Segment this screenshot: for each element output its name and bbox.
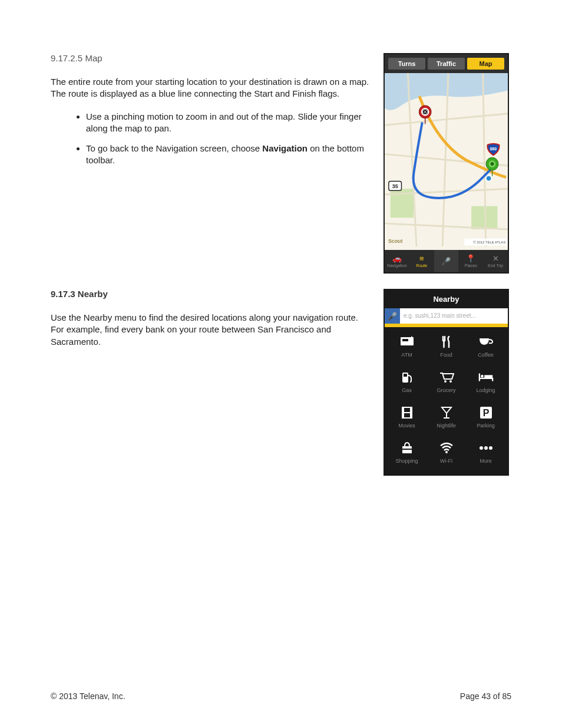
lodging-label: Lodging (476, 387, 495, 393)
svg-rect-12 (404, 374, 407, 377)
section-nearby-row: 9.17.3 Nearby Use the Nearby menu to fin… (51, 289, 511, 476)
shopping-label: Shopping (395, 458, 418, 464)
map-svg: 880 35 (385, 73, 508, 246)
category-wifi[interactable]: Wi-Fi (427, 442, 466, 464)
map-logo: Scout (388, 238, 403, 244)
page-footer: © 2013 Telenav, Inc. Page 43 of 85 (51, 691, 511, 701)
nearby-phone-frame: Nearby 🎤 e.g. sushi,123 main street... A… (384, 289, 509, 476)
voice-search-button[interactable]: 🎤 (385, 308, 400, 324)
coffee-icon (478, 335, 494, 348)
mic-icon: 🎤 (441, 258, 451, 265)
footer-copyright: © 2013 Telenav, Inc. (51, 691, 125, 701)
nearby-header: Nearby (385, 290, 508, 308)
svg-text:P: P (482, 408, 489, 418)
category-nightlife[interactable]: Nightlife (427, 406, 466, 429)
atm-label: ATM (401, 352, 412, 358)
section-map-text: 9.17.2.5 Map The entire route from your … (51, 53, 371, 274)
nearby-search-row: 🎤 e.g. sushi,123 main street... (385, 308, 508, 324)
category-grocery[interactable]: Grocery (427, 371, 466, 393)
nearby-paragraph: Use the Nearby menu to find the desired … (51, 312, 371, 348)
toolbar-navigation[interactable]: 🚗 Navigation (385, 250, 409, 272)
toolbar-places-label: Places (465, 263, 477, 268)
toolbar-places[interactable]: 📍 Places (458, 250, 483, 272)
route-shield-label: 35 (392, 183, 398, 189)
list-icon: ≡ (419, 255, 424, 262)
map-bullet-list: Use a pinching motion to zoom in and out… (86, 111, 371, 167)
map-bottom-toolbar: 🚗 Navigation ≡ Route 🎤 📍 Places (385, 250, 508, 272)
svg-point-26 (480, 446, 483, 450)
parking-label: Parking (477, 423, 495, 429)
svg-point-15 (481, 375, 484, 378)
map-attribution: © 2012 TELE ATLAS (473, 241, 505, 244)
nearby-category-grid: ATM Food Coffee Gas (385, 327, 508, 475)
more-icon (478, 442, 494, 454)
search-input[interactable]: e.g. sushi,123 main street... (400, 308, 508, 324)
more-label: More (480, 458, 492, 464)
tab-map[interactable]: Map (467, 58, 504, 70)
shopping-icon (399, 442, 415, 454)
parking-icon: P (478, 406, 494, 419)
svg-point-7 (486, 176, 492, 182)
category-lodging[interactable]: Lodging (466, 371, 505, 393)
nightlife-icon (439, 406, 454, 419)
svg-point-25 (445, 451, 448, 453)
close-icon: ✕ (492, 255, 499, 262)
category-food[interactable]: Food (427, 335, 466, 358)
svg-rect-20 (402, 412, 412, 413)
document-page: 9.17.2.5 Map The entire route from your … (0, 0, 562, 728)
movies-label: Movies (398, 423, 415, 429)
category-shopping[interactable]: Shopping (387, 442, 427, 464)
wifi-label: Wi-Fi (440, 458, 452, 464)
svg-rect-10 (402, 339, 408, 341)
section-nearby-text: 9.17.3 Nearby Use the Nearby menu to fin… (51, 289, 371, 476)
category-movies[interactable]: Movies (387, 406, 427, 429)
map-tab-bar: Turns Traffic Map (385, 54, 508, 73)
toolbar-end-label: End Trip (488, 263, 503, 268)
grocery-icon (439, 371, 454, 384)
toolbar-nav-label: Navigation (387, 263, 406, 268)
food-label: Food (440, 352, 452, 358)
category-coffee[interactable]: Coffee (466, 335, 505, 358)
map-bullet-2: To go back to the Navigation screen, cho… (86, 143, 371, 167)
category-atm[interactable]: ATM (387, 335, 427, 358)
svg-point-6 (491, 162, 494, 166)
map-screenshot-column: Turns Traffic Map (384, 53, 511, 274)
tab-traffic[interactable]: Traffic (428, 58, 465, 70)
toolbar-voice[interactable]: 🎤 (434, 250, 459, 272)
toolbar-route[interactable]: ≡ Route (409, 250, 434, 272)
bullet-2-a: To go back to the Navigation screen, cho… (86, 143, 262, 153)
svg-point-13 (444, 380, 447, 383)
mic-icon: 🎤 (388, 312, 397, 321)
gas-icon (399, 371, 415, 384)
svg-point-27 (484, 446, 488, 450)
tab-turns[interactable]: Turns (388, 58, 425, 70)
category-more[interactable]: More (466, 442, 505, 464)
lodging-icon (478, 371, 494, 384)
svg-point-28 (489, 446, 492, 450)
map-phone-frame: Turns Traffic Map (384, 53, 509, 274)
coffee-label: Coffee (478, 352, 493, 358)
nearby-screenshot-column: Nearby 🎤 e.g. sushi,123 main street... A… (384, 289, 511, 476)
movies-icon (399, 406, 415, 419)
food-icon (439, 335, 454, 348)
pin-icon: 📍 (466, 255, 475, 262)
category-gas[interactable]: Gas (387, 371, 427, 393)
svg-rect-24 (402, 449, 412, 450)
bullet-2-bold: Navigation (262, 143, 308, 153)
map-paragraph: The entire route from your starting loca… (51, 76, 371, 100)
interstate-label: 880 (490, 147, 497, 151)
category-parking[interactable]: P Parking (466, 406, 505, 429)
car-icon: 🚗 (392, 255, 402, 262)
toolbar-end-trip[interactable]: ✕ End Trip (483, 250, 508, 272)
heading-map: 9.17.2.5 Map (51, 53, 371, 63)
wifi-icon (439, 442, 454, 454)
toolbar-route-label: Route (416, 263, 427, 268)
atm-icon (399, 335, 415, 348)
gas-label: Gas (402, 387, 412, 393)
section-map-row: 9.17.2.5 Map The entire route from your … (51, 53, 511, 274)
nightlife-label: Nightlife (437, 423, 456, 429)
map-bullet-1: Use a pinching motion to zoom in and out… (86, 111, 371, 135)
map-canvas[interactable]: 880 35 (385, 73, 508, 250)
footer-page-number: Page 43 of 85 (460, 691, 511, 701)
svg-point-14 (449, 380, 452, 383)
